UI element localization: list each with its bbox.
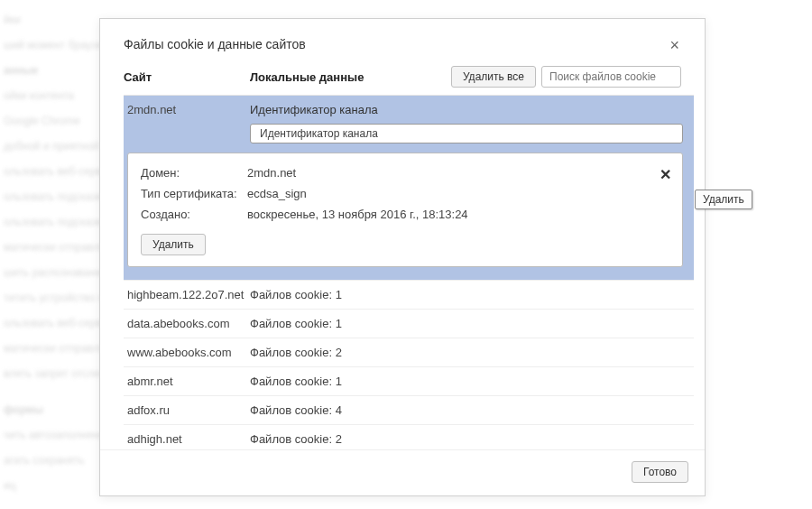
background-blur: йки ший момент браузер анные ойки контен… — [0, 0, 108, 509]
site-name: adfox.ru — [127, 403, 250, 417]
detail-value-domain: 2mdn.net — [247, 166, 669, 180]
site-name: data.abebooks.com — [127, 317, 250, 330]
detail-label-domain: Домен: — [141, 166, 247, 180]
site-name: www.abebooks.com — [127, 346, 250, 359]
toolbar: Сайт Локальные данные Удалить все — [100, 66, 705, 95]
delete-all-button[interactable]: Удалить все — [451, 66, 536, 88]
site-row[interactable]: highbeam.122.2o7.net Файлов cookie: 1 — [124, 281, 694, 310]
site-row-expanded[interactable]: 2mdn.net Идентификатор канала Идентифика… — [124, 96, 694, 281]
detail-label-created: Создано: — [141, 208, 247, 221]
site-name: 2mdn.net — [127, 103, 250, 116]
detail-label-cert: Тип сертификата: — [141, 187, 247, 200]
site-row[interactable]: www.abebooks.com Файлов cookie: 2 — [124, 338, 694, 367]
dialog-title: Файлы cookie и данные сайтов — [124, 37, 306, 51]
cookie-detail-panel: ✕ Домен: 2mdn.net Тип сертификата: ecdsa… — [127, 153, 683, 267]
delete-tooltip: Удалить — [695, 190, 752, 209]
detail-value-cert: ecdsa_sign — [247, 187, 669, 200]
column-header-local: Локальные данные — [250, 70, 451, 84]
channel-id-chip[interactable]: Идентификатор канала — [250, 124, 683, 143]
done-button[interactable]: Готово — [632, 461, 688, 483]
site-local-data: Файлов cookie: 1 — [250, 317, 694, 330]
close-icon[interactable]: × — [668, 37, 681, 53]
delete-cookie-button[interactable]: Удалить — [141, 234, 206, 255]
site-name: adhigh.net — [127, 432, 250, 446]
site-summary: Идентификатор канала — [250, 103, 683, 116]
site-name: abmr.net — [127, 375, 250, 388]
dialog-footer: Готово — [100, 449, 705, 495]
search-input[interactable] — [541, 66, 681, 88]
column-header-site: Сайт — [124, 70, 250, 84]
site-name: highbeam.122.2o7.net — [127, 288, 250, 301]
cookies-dialog: Файлы cookie и данные сайтов × Сайт Лока… — [99, 18, 706, 496]
site-row[interactable]: adhigh.net Файлов cookie: 2 — [124, 425, 694, 449]
close-icon[interactable]: ✕ — [660, 166, 671, 183]
site-local-data: Файлов cookie: 1 — [250, 288, 694, 301]
site-row[interactable]: data.abebooks.com Файлов cookie: 1 — [124, 310, 694, 338]
site-local-data: Файлов cookie: 2 — [250, 432, 694, 446]
dialog-header: Файлы cookie и данные сайтов × — [100, 19, 705, 66]
site-local-data: Файлов cookie: 2 — [250, 346, 694, 359]
site-row[interactable]: adfox.ru Файлов cookie: 4 — [124, 396, 694, 425]
detail-value-created: воскресенье, 13 ноября 2016 г., 18:13:24 — [247, 208, 669, 221]
cookie-list[interactable]: 2mdn.net Идентификатор канала Идентифика… — [124, 95, 694, 449]
site-row[interactable]: abmr.net Файлов cookie: 1 — [124, 367, 694, 396]
site-local-data: Файлов cookie: 1 — [250, 375, 694, 388]
site-local-data: Файлов cookie: 4 — [250, 403, 694, 417]
